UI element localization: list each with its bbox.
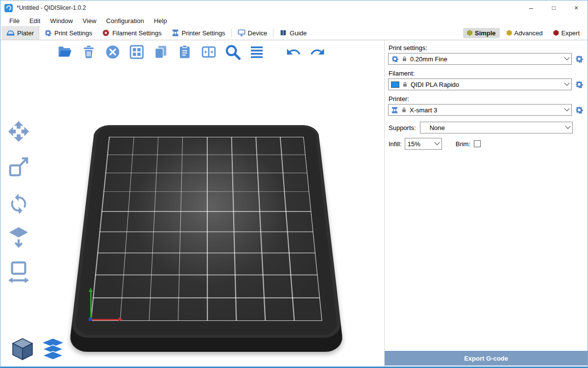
layers-button[interactable]: [247, 43, 266, 61]
mode-switcher: Simple Advanced Expert: [463, 26, 588, 40]
menu-item-view[interactable]: View: [78, 16, 101, 26]
open-folder-icon: [56, 45, 73, 59]
delete-button[interactable]: [79, 43, 98, 61]
rotate-button[interactable]: [6, 189, 31, 215]
menu-item-configuration[interactable]: Configuration: [101, 16, 149, 26]
arrange-button[interactable]: [127, 43, 146, 61]
build-plate-scene: [84, 83, 329, 358]
chevron-down-icon: [564, 55, 569, 60]
filament-color-swatch: [391, 81, 399, 88]
open-folder-button[interactable]: [55, 43, 74, 61]
mirror-button[interactable]: [6, 260, 31, 286]
filament-dropdown[interactable]: QIDI PLA Rapido: [388, 79, 572, 90]
print-bed: [70, 125, 343, 338]
menu-item-file[interactable]: File: [4, 16, 24, 26]
tab-label: Guide: [290, 29, 307, 37]
close-button[interactable]: ×: [565, 0, 588, 15]
undo-button[interactable]: [284, 43, 303, 61]
tab-plater[interactable]: Plater: [1, 26, 39, 40]
filament-gear-button[interactable]: [574, 79, 585, 90]
printer-dropdown[interactable]: X-smart 3: [388, 104, 572, 116]
tab-filament-settings[interactable]: Filament Settings: [97, 26, 166, 40]
filament-label: Filament:: [389, 70, 585, 77]
infill-value: 15%: [408, 140, 420, 148]
app-logo-icon: [4, 4, 13, 12]
printer-icon: [391, 106, 398, 114]
print-settings-gear-button[interactable]: [574, 53, 585, 64]
printer-gear-button[interactable]: [574, 105, 585, 115]
tab-print-settings[interactable]: Print Settings: [39, 26, 97, 40]
gear-icon: [391, 55, 399, 63]
scale-icon: [7, 156, 30, 178]
delete-all-button[interactable]: [103, 43, 122, 61]
place-on-face-button[interactable]: [6, 225, 31, 250]
menu-item-window[interactable]: Window: [45, 16, 77, 26]
mode-advanced[interactable]: Advanced: [503, 28, 547, 38]
view-layers-button[interactable]: [42, 338, 64, 364]
copy-button[interactable]: [151, 43, 170, 61]
lock-icon: [402, 81, 408, 88]
redo-button[interactable]: [308, 43, 327, 61]
plater-icon: [6, 29, 15, 37]
print-settings-dropdown[interactable]: 0.20mm Fine: [388, 53, 572, 65]
move-button[interactable]: [6, 119, 31, 144]
print-settings-label: Print settings:: [389, 44, 585, 52]
supports-dropdown[interactable]: None: [420, 122, 573, 133]
undo-icon: [285, 44, 302, 60]
y-axis-indicator: [90, 289, 92, 320]
move-icon: [7, 120, 30, 143]
gear-icon: [575, 54, 584, 63]
redo-icon: [309, 44, 326, 60]
tab-label: Filament Settings: [112, 29, 161, 37]
split-button[interactable]: [199, 43, 218, 61]
lock-icon: [401, 55, 408, 62]
mode-label: Expert: [561, 29, 580, 37]
tab-label: Plater: [17, 29, 34, 37]
tab-guide[interactable]: Guide: [274, 26, 312, 40]
brim-checkbox[interactable]: [474, 140, 481, 147]
export-gcode-button[interactable]: Export G-code: [385, 351, 588, 366]
tab-printer-settings[interactable]: Printer Settings: [167, 26, 230, 40]
supports-value: None: [430, 124, 445, 131]
print-settings-value: 0.20mm Fine: [410, 55, 447, 63]
paste-clipboard-icon: [177, 45, 192, 59]
view-3d-button[interactable]: [11, 337, 34, 364]
mirror-width-icon: [7, 260, 30, 286]
menu-item-edit[interactable]: Edit: [24, 16, 45, 26]
view-layers-icon: [42, 338, 64, 362]
x-axis-indicator: [92, 319, 121, 320]
tab-bar: Plater Print Settings Filament Settings …: [0, 26, 588, 40]
mode-label: Advanced: [514, 29, 543, 37]
window-title: *Untitled - QIDISlicer-1.0.2: [17, 4, 86, 11]
plater-toolbar: [55, 43, 327, 61]
search-button[interactable]: [223, 43, 242, 61]
view-toggles: [11, 337, 64, 364]
search-icon: [224, 44, 241, 60]
view-3d-cube-icon: [11, 337, 34, 362]
mode-label: Simple: [475, 29, 496, 37]
menu-item-help[interactable]: Help: [149, 16, 172, 26]
title-bar: *Untitled - QIDISlicer-1.0.2 – □ ×: [0, 0, 588, 15]
rotate-icon: [7, 191, 30, 213]
minimize-button[interactable]: –: [520, 0, 542, 15]
delete-all-icon: [105, 44, 121, 60]
bed-grid-surface: [90, 137, 322, 321]
device-monitor-icon: [238, 29, 245, 37]
tab-label: Device: [248, 29, 268, 37]
simple-mode-icon: [467, 30, 472, 36]
brim-label: Brim:: [456, 140, 470, 148]
mode-simple[interactable]: Simple: [463, 28, 500, 38]
advanced-mode-icon: [507, 30, 512, 36]
chevron-down-icon: [564, 106, 569, 111]
delete-trash-icon: [81, 45, 96, 59]
printer-icon: [172, 29, 179, 37]
supports-label: Supports:: [389, 124, 416, 131]
3d-viewport[interactable]: [0, 40, 385, 367]
infill-dropdown[interactable]: 15%: [405, 138, 442, 150]
scale-button[interactable]: [6, 154, 31, 180]
gear-icon: [44, 29, 52, 37]
tab-device[interactable]: Device: [233, 26, 272, 40]
maximize-button[interactable]: □: [542, 0, 565, 15]
mode-expert[interactable]: Expert: [549, 28, 584, 38]
paste-button[interactable]: [175, 43, 194, 61]
